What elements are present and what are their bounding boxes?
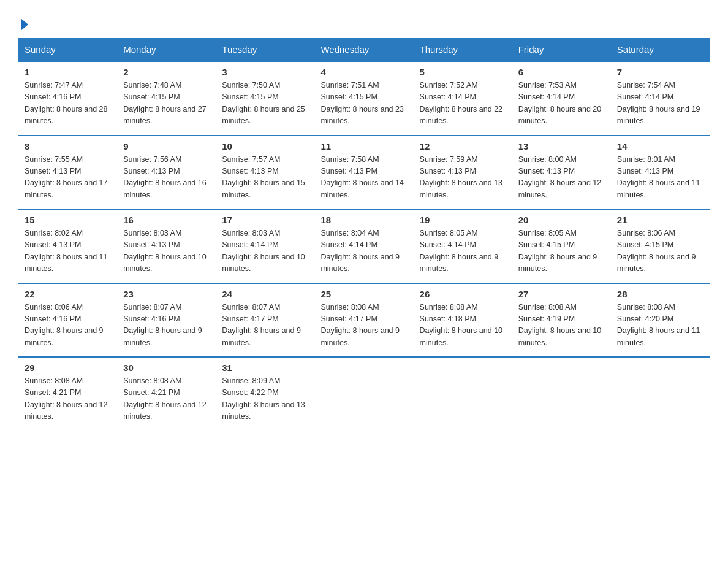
- logo-arrow-icon: [21, 18, 28, 31]
- day-number: 12: [420, 141, 506, 151]
- day-number: 26: [420, 289, 506, 299]
- day-info: Sunrise: 8:07 AMSunset: 4:17 PMDaylight:…: [222, 302, 308, 350]
- table-row: 21Sunrise: 8:06 AMSunset: 4:15 PMDayligh…: [611, 209, 710, 283]
- table-row: 28Sunrise: 8:08 AMSunset: 4:20 PMDayligh…: [611, 283, 710, 358]
- day-number: 25: [320, 289, 407, 299]
- day-number: 14: [617, 141, 703, 151]
- day-number: 2: [123, 67, 210, 77]
- day-number: 19: [420, 215, 506, 225]
- day-number: 8: [25, 141, 111, 151]
- day-number: 20: [518, 215, 605, 225]
- day-info: Sunrise: 8:02 AMSunset: 4:13 PMDaylight:…: [25, 228, 111, 275]
- day-info: Sunrise: 8:08 AMSunset: 4:18 PMDaylight:…: [420, 302, 506, 350]
- calendar-table: SundayMondayTuesdayWednesdayThursdayFrid…: [18, 38, 710, 431]
- table-row: 25Sunrise: 8:08 AMSunset: 4:17 PMDayligh…: [314, 283, 413, 358]
- day-info: Sunrise: 8:04 AMSunset: 4:14 PMDaylight:…: [320, 228, 407, 275]
- day-number: 7: [617, 67, 703, 77]
- day-info: Sunrise: 7:50 AMSunset: 4:15 PMDaylight:…: [222, 80, 308, 128]
- day-info: Sunrise: 8:01 AMSunset: 4:13 PMDaylight:…: [617, 154, 703, 202]
- day-info: Sunrise: 8:00 AMSunset: 4:13 PMDaylight:…: [518, 154, 605, 202]
- table-row: 19Sunrise: 8:05 AMSunset: 4:14 PMDayligh…: [414, 209, 512, 283]
- day-number: 31: [222, 362, 308, 373]
- day-number: 13: [518, 141, 605, 151]
- day-number: 21: [617, 215, 703, 225]
- day-info: Sunrise: 7:51 AMSunset: 4:15 PMDaylight:…: [320, 80, 407, 128]
- day-info: Sunrise: 8:06 AMSunset: 4:16 PMDaylight:…: [25, 302, 111, 350]
- day-info: Sunrise: 7:48 AMSunset: 4:15 PMDaylight:…: [123, 80, 210, 128]
- weekday-header-row: SundayMondayTuesdayWednesdayThursdayFrid…: [18, 38, 710, 61]
- logo: [18, 12, 28, 28]
- table-row: 27Sunrise: 8:08 AMSunset: 4:19 PMDayligh…: [512, 283, 611, 358]
- day-info: Sunrise: 8:03 AMSunset: 4:14 PMDaylight:…: [222, 228, 308, 275]
- day-number: 18: [320, 215, 407, 225]
- table-row: 6Sunrise: 7:53 AMSunset: 4:14 PMDaylight…: [512, 61, 611, 136]
- table-row: 1Sunrise: 7:47 AMSunset: 4:16 PMDaylight…: [18, 61, 117, 136]
- day-number: 29: [25, 362, 111, 373]
- day-number: 11: [320, 141, 407, 151]
- day-number: 24: [222, 289, 308, 299]
- table-row: 16Sunrise: 8:03 AMSunset: 4:13 PMDayligh…: [117, 209, 216, 283]
- day-number: 10: [222, 141, 308, 151]
- weekday-header-friday: Friday: [512, 38, 611, 61]
- table-row: 11Sunrise: 7:58 AMSunset: 4:13 PMDayligh…: [314, 136, 413, 210]
- weekday-header-monday: Monday: [117, 38, 216, 61]
- day-info: Sunrise: 8:08 AMSunset: 4:19 PMDaylight:…: [518, 302, 605, 350]
- weekday-header-thursday: Thursday: [414, 38, 512, 61]
- table-row: [314, 357, 413, 431]
- table-row: 9Sunrise: 7:56 AMSunset: 4:13 PMDaylight…: [117, 136, 216, 210]
- table-row: 24Sunrise: 8:07 AMSunset: 4:17 PMDayligh…: [216, 283, 314, 358]
- weekday-header-sunday: Sunday: [18, 38, 117, 61]
- day-info: Sunrise: 7:52 AMSunset: 4:14 PMDaylight:…: [420, 80, 506, 128]
- day-info: Sunrise: 7:59 AMSunset: 4:13 PMDaylight:…: [420, 154, 506, 202]
- day-number: 22: [25, 289, 111, 299]
- day-number: 6: [518, 67, 605, 77]
- table-row: 22Sunrise: 8:06 AMSunset: 4:16 PMDayligh…: [18, 283, 117, 358]
- day-info: Sunrise: 8:08 AMSunset: 4:20 PMDaylight:…: [617, 302, 703, 350]
- day-info: Sunrise: 7:53 AMSunset: 4:14 PMDaylight:…: [518, 80, 605, 128]
- day-number: 5: [420, 67, 506, 77]
- table-row: 10Sunrise: 7:57 AMSunset: 4:13 PMDayligh…: [216, 136, 314, 210]
- week-row-5: 29Sunrise: 8:08 AMSunset: 4:21 PMDayligh…: [18, 357, 710, 431]
- day-info: Sunrise: 8:03 AMSunset: 4:13 PMDaylight:…: [123, 228, 210, 275]
- day-number: 4: [320, 67, 407, 77]
- table-row: 3Sunrise: 7:50 AMSunset: 4:15 PMDaylight…: [216, 61, 314, 136]
- page-header: [18, 12, 710, 28]
- table-row: 26Sunrise: 8:08 AMSunset: 4:18 PMDayligh…: [414, 283, 512, 358]
- day-number: 9: [123, 141, 210, 151]
- day-info: Sunrise: 8:08 AMSunset: 4:21 PMDaylight:…: [123, 375, 210, 423]
- week-row-3: 15Sunrise: 8:02 AMSunset: 4:13 PMDayligh…: [18, 209, 710, 283]
- day-number: 3: [222, 67, 308, 77]
- day-info: Sunrise: 8:06 AMSunset: 4:15 PMDaylight:…: [617, 228, 703, 275]
- table-row: 18Sunrise: 8:04 AMSunset: 4:14 PMDayligh…: [314, 209, 413, 283]
- table-row: [512, 357, 611, 431]
- day-number: 17: [222, 215, 308, 225]
- table-row: 4Sunrise: 7:51 AMSunset: 4:15 PMDaylight…: [314, 61, 413, 136]
- table-row: 29Sunrise: 8:08 AMSunset: 4:21 PMDayligh…: [18, 357, 117, 431]
- week-row-2: 8Sunrise: 7:55 AMSunset: 4:13 PMDaylight…: [18, 136, 710, 210]
- day-info: Sunrise: 7:56 AMSunset: 4:13 PMDaylight:…: [123, 154, 210, 202]
- table-row: 2Sunrise: 7:48 AMSunset: 4:15 PMDaylight…: [117, 61, 216, 136]
- table-row: 14Sunrise: 8:01 AMSunset: 4:13 PMDayligh…: [611, 136, 710, 210]
- weekday-header-saturday: Saturday: [611, 38, 710, 61]
- day-info: Sunrise: 7:57 AMSunset: 4:13 PMDaylight:…: [222, 154, 308, 202]
- day-info: Sunrise: 8:09 AMSunset: 4:22 PMDaylight:…: [222, 375, 308, 423]
- table-row: 30Sunrise: 8:08 AMSunset: 4:21 PMDayligh…: [117, 357, 216, 431]
- day-info: Sunrise: 7:47 AMSunset: 4:16 PMDaylight:…: [25, 80, 111, 128]
- table-row: 7Sunrise: 7:54 AMSunset: 4:14 PMDaylight…: [611, 61, 710, 136]
- day-info: Sunrise: 8:05 AMSunset: 4:15 PMDaylight:…: [518, 228, 605, 275]
- table-row: 20Sunrise: 8:05 AMSunset: 4:15 PMDayligh…: [512, 209, 611, 283]
- day-info: Sunrise: 7:54 AMSunset: 4:14 PMDaylight:…: [617, 80, 703, 128]
- day-info: Sunrise: 7:58 AMSunset: 4:13 PMDaylight:…: [320, 154, 407, 202]
- day-number: 27: [518, 289, 605, 299]
- table-row: 15Sunrise: 8:02 AMSunset: 4:13 PMDayligh…: [18, 209, 117, 283]
- day-info: Sunrise: 8:05 AMSunset: 4:14 PMDaylight:…: [420, 228, 506, 275]
- day-number: 1: [25, 67, 111, 77]
- table-row: 5Sunrise: 7:52 AMSunset: 4:14 PMDaylight…: [414, 61, 512, 136]
- table-row: [414, 357, 512, 431]
- table-row: 13Sunrise: 8:00 AMSunset: 4:13 PMDayligh…: [512, 136, 611, 210]
- table-row: 31Sunrise: 8:09 AMSunset: 4:22 PMDayligh…: [216, 357, 314, 431]
- day-number: 30: [123, 362, 210, 373]
- day-number: 15: [25, 215, 111, 225]
- day-info: Sunrise: 7:55 AMSunset: 4:13 PMDaylight:…: [25, 154, 111, 202]
- week-row-1: 1Sunrise: 7:47 AMSunset: 4:16 PMDaylight…: [18, 61, 710, 136]
